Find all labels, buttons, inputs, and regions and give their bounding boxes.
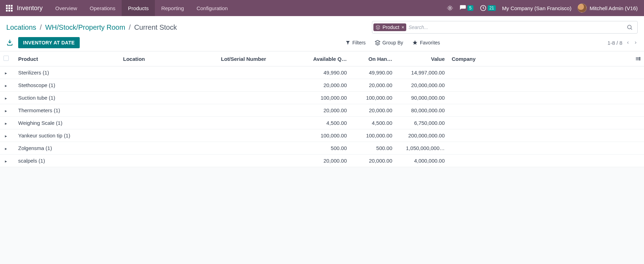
col-header-on-hand[interactable]: On Han… (350, 51, 396, 66)
table-row[interactable]: ▸Weighing Scale (1)4,500.004,500.006,750… (0, 117, 644, 129)
table-row[interactable]: ▸Yankeur suction tip (1)100,000.00100,00… (0, 129, 644, 142)
nav-item-configuration[interactable]: Configuration (190, 0, 234, 16)
search-icon[interactable] (625, 24, 635, 30)
col-header-available[interactable]: Available Q… (294, 51, 350, 66)
expand-cell[interactable]: ▸ (0, 129, 15, 142)
download-xlsx-icon[interactable] (6, 39, 13, 46)
cell-lot (217, 117, 294, 129)
filter-icon (345, 40, 350, 45)
cell-value: 4,000,000.00 (396, 155, 448, 167)
activities-count: 21 (488, 5, 496, 11)
cell-location (120, 117, 217, 129)
group-by-menu[interactable]: Group By (375, 40, 403, 45)
inventory-at-date-button[interactable]: INVENTORY AT DATE (18, 37, 80, 48)
table-row[interactable]: ▸Zolgensma (1)500.00500.001,050,000,000… (0, 142, 644, 155)
caret-right-icon: ▸ (4, 134, 8, 138)
cell-on-hand: 20,000.00 (350, 79, 396, 92)
expand-cell[interactable]: ▸ (0, 66, 15, 79)
svg-point-5 (639, 59, 640, 60)
cell-on-hand: 20,000.00 (350, 104, 396, 117)
col-header-lot[interactable]: Lot/Serial Number (217, 51, 294, 66)
nav-item-overview[interactable]: Overview (49, 0, 84, 16)
breadcrumb-locations[interactable]: Locations (6, 23, 36, 31)
user-menu[interactable]: Mitchell Admin (V16) (578, 3, 638, 13)
col-header-location[interactable]: Location (120, 51, 217, 66)
cell-lot (217, 66, 294, 79)
activities-icon[interactable]: 21 (480, 5, 496, 12)
cell-company (448, 66, 631, 79)
cell-pad (631, 129, 644, 142)
cell-location (120, 66, 217, 79)
table-row[interactable]: ▸Suction tube (1)100,000.00100,000.0090,… (0, 92, 644, 104)
company-switcher[interactable]: My Company (San Francisco) (502, 5, 571, 11)
cell-lot (217, 104, 294, 117)
svg-point-2 (628, 25, 631, 29)
cell-pad (631, 79, 644, 92)
col-header-product[interactable]: Product (15, 51, 120, 66)
expand-cell[interactable]: ▸ (0, 155, 15, 167)
layers-icon (375, 25, 380, 30)
table-row[interactable]: ▸scalpels (1)20,000.0020,000.004,000,000… (0, 155, 644, 167)
cell-value: 6,750,000.00 (396, 117, 448, 129)
app-title[interactable]: Inventory (15, 5, 49, 12)
col-header-value[interactable]: Value (396, 51, 448, 66)
cell-product: Suction tube (1) (15, 92, 120, 104)
cell-value: 14,997,000.00 (396, 66, 448, 79)
cell-pad (631, 104, 644, 117)
search-input[interactable] (408, 24, 625, 30)
cell-available: 20,000.00 (294, 155, 350, 167)
apps-menu-icon[interactable] (3, 2, 15, 14)
breadcrumb-sep: / (129, 23, 131, 31)
cell-company (448, 104, 631, 117)
cell-on-hand: 4,500.00 (350, 117, 396, 129)
table-row[interactable]: ▸Sterilizers (1)49,990.0049,990.0014,997… (0, 66, 644, 79)
cell-available: 100,000.00 (294, 92, 350, 104)
messages-icon[interactable]: 5 (459, 5, 473, 12)
cell-on-hand: 49,990.00 (350, 66, 396, 79)
breadcrumb-sep: / (40, 23, 42, 31)
expand-cell[interactable]: ▸ (0, 142, 15, 155)
caret-right-icon: ▸ (4, 121, 8, 126)
svg-point-3 (639, 57, 640, 58)
search-box[interactable]: Product × (372, 21, 638, 34)
expand-cell[interactable]: ▸ (0, 79, 15, 92)
breadcrumb-stock-location[interactable]: WH/Stock/Property Room (45, 23, 125, 31)
pager-prev-icon[interactable] (626, 40, 630, 45)
cell-lot (217, 129, 294, 142)
checkbox-icon[interactable] (3, 56, 9, 61)
nav-item-products[interactable]: Products (122, 0, 155, 16)
list-view: Product Location Lot/Serial Number Avail… (0, 51, 644, 167)
debug-icon[interactable] (447, 5, 453, 11)
search-chip-remove-icon[interactable]: × (401, 24, 404, 30)
search-facet-product[interactable]: Product × (373, 23, 406, 31)
cell-product: Stethoscope (1) (15, 79, 120, 92)
cell-pad (631, 66, 644, 79)
breadcrumb-current: Current Stock (134, 23, 177, 31)
caret-right-icon: ▸ (4, 71, 8, 76)
optional-columns-icon[interactable] (631, 51, 644, 66)
col-header-company[interactable]: Company (448, 51, 631, 66)
favorites-menu[interactable]: Favorites (412, 40, 440, 45)
cell-product: Zolgensma (1) (15, 142, 120, 155)
caret-right-icon: ▸ (4, 83, 8, 88)
table-row[interactable]: ▸Thermometers (1)20,000.0020,000.0080,00… (0, 104, 644, 117)
table-row[interactable]: ▸Stethoscope (1)20,000.0020,000.0020,000… (0, 79, 644, 92)
filters-menu[interactable]: Filters (345, 40, 366, 45)
pager-next-icon[interactable] (634, 40, 638, 45)
cell-available: 4,500.00 (294, 117, 350, 129)
caret-right-icon: ▸ (4, 159, 8, 164)
expand-cell[interactable]: ▸ (0, 117, 15, 129)
nav-item-operations[interactable]: Operations (84, 0, 122, 16)
select-all-cell[interactable] (0, 51, 15, 66)
caret-right-icon: ▸ (4, 96, 8, 101)
cell-value: 20,000,000.00 (396, 79, 448, 92)
cell-lot (217, 92, 294, 104)
expand-cell[interactable]: ▸ (0, 92, 15, 104)
cell-lot (217, 155, 294, 167)
nav-item-reporting[interactable]: Reporting (155, 0, 190, 16)
cell-available: 500.00 (294, 142, 350, 155)
cell-value: 1,050,000,000… (396, 142, 448, 155)
expand-cell[interactable]: ▸ (0, 104, 15, 117)
cell-available: 100,000.00 (294, 129, 350, 142)
pager-text[interactable]: 1-8 / 8 (607, 40, 622, 46)
